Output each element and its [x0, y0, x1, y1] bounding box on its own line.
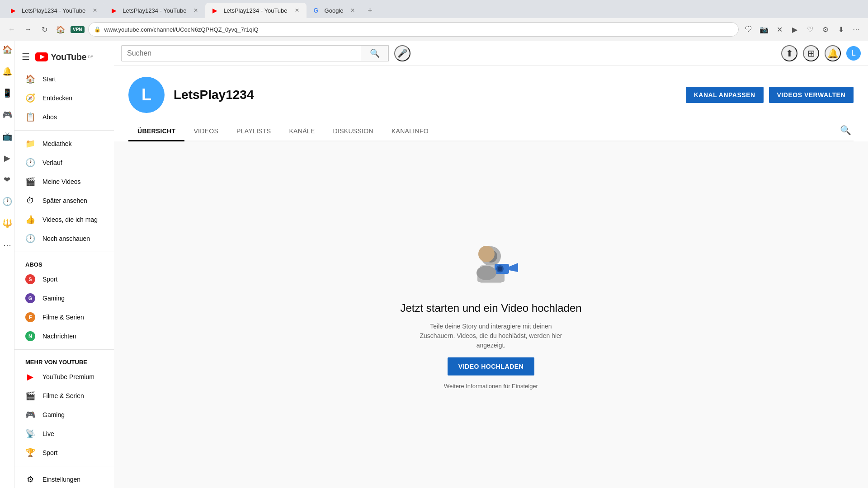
- channel-header: L LetsPlay1234 KANAL ANPASSEN VIDEOS VER…: [114, 66, 868, 141]
- search-button[interactable]: 🔍: [361, 45, 388, 61]
- filme-avatar: F: [25, 312, 35, 322]
- home-button[interactable]: 🏠: [54, 23, 67, 36]
- browser-toolbar: ← → ↻ 🏠 VPN 🔒 www.youtube.com/channel/UC…: [0, 18, 868, 41]
- sidebar-item-abos[interactable]: 📋 Abos: [18, 108, 110, 127]
- tab-diskussion[interactable]: DISKUSSION: [324, 122, 382, 141]
- notifications-button[interactable]: 🔔: [825, 45, 841, 61]
- search-input[interactable]: [122, 46, 361, 61]
- left-icon-home[interactable]: 🏠: [2, 44, 13, 55]
- user-avatar[interactable]: L: [846, 46, 861, 61]
- channel-info: L LetsPlay1234 KANAL ANPASSEN VIDEOS VER…: [128, 77, 854, 113]
- sidebar-ytpremium-label: YouTube Premium: [42, 373, 94, 380]
- search-box: 🔍: [121, 45, 389, 61]
- reload-button[interactable]: ↻: [38, 23, 51, 36]
- new-tab-button[interactable]: +: [362, 3, 377, 18]
- upload-cta-subtitle: Teile deine Story und interagiere mit de…: [414, 322, 568, 350]
- forward-button[interactable]: →: [22, 23, 34, 36]
- sidebar-item-nachrichten[interactable]: N Nachrichten: [18, 327, 110, 346]
- sidebar-item-einstellungen[interactable]: ⚙ Einstellungen: [18, 470, 110, 488]
- settings-icon: ⚙: [25, 474, 35, 484]
- tab-kanale[interactable]: KANÄLE: [280, 122, 324, 141]
- left-icon-phone[interactable]: 📱: [2, 88, 13, 99]
- sidebar-verlauf-label: Verlauf: [42, 159, 62, 166]
- tab-3[interactable]: ▶ LetsPlay1234 - YouTube ✕: [205, 3, 306, 18]
- divider-2: [14, 252, 114, 252]
- tab-4-favicon: G: [314, 7, 321, 14]
- video-hochladen-button[interactable]: VIDEO HOCHLADEN: [448, 357, 534, 375]
- sidebar-item-gaming2[interactable]: 🎮 Gaming: [18, 405, 110, 424]
- sidebar-item-nochanschauen[interactable]: 🕐 Noch anschauen: [18, 229, 110, 248]
- upload-button[interactable]: ⬆: [781, 45, 797, 61]
- sidebar-sport2-label: Sport: [42, 449, 57, 456]
- youtube-logo[interactable]: YouTube DE: [35, 52, 94, 62]
- sidebar-item-meinevideos[interactable]: 🎬 Meine Videos: [18, 172, 110, 191]
- yt-logo-text: YouTube: [51, 52, 86, 62]
- tab-3-favicon: ▶: [212, 7, 220, 14]
- tab-kanalinfo[interactable]: KANALINFO: [382, 122, 438, 141]
- browser-ext-5[interactable]: ♡: [804, 23, 816, 36]
- sidebar-item-filme2[interactable]: 🎬 Filme & Serien: [18, 386, 110, 405]
- tab-videos[interactable]: VIDEOS: [184, 122, 227, 141]
- left-icon-bell[interactable]: 🔔: [2, 66, 13, 77]
- sidebar-item-sport[interactable]: S Sport: [18, 270, 110, 289]
- left-icon-more[interactable]: ⋯: [2, 239, 13, 250]
- left-icon-clock[interactable]: 🕐: [2, 196, 13, 207]
- tab-2-close[interactable]: ✕: [193, 7, 198, 14]
- tab-4[interactable]: G Google ✕: [307, 3, 363, 18]
- left-icon-tv[interactable]: 📺: [2, 131, 13, 142]
- tab-2[interactable]: ▶ LetsPlay1234 - YouTube ✕: [104, 3, 205, 18]
- history-icon: 🕐: [25, 158, 35, 168]
- tab-3-close[interactable]: ✕: [295, 7, 299, 14]
- sidebar-entdecken-label: Entdecken: [42, 94, 72, 102]
- browser-ext-1[interactable]: 🛡: [742, 23, 755, 36]
- yt-logo-icon: [35, 52, 48, 61]
- einsteiger-link[interactable]: Weitere Informationen für Einsteiger: [444, 383, 538, 389]
- sidebar-start-label: Start: [42, 75, 56, 83]
- channel-name: LetsPlay1234: [174, 88, 254, 102]
- browser-ext-2[interactable]: 📷: [758, 23, 770, 36]
- left-icon-flag[interactable]: 🔱: [2, 218, 13, 229]
- sidebar-item-mediathek[interactable]: 📁 Mediathek: [18, 134, 110, 153]
- videos-verwalten-button[interactable]: VIDEOS VERWALTEN: [769, 87, 854, 103]
- apps-button[interactable]: ⊞: [803, 45, 819, 61]
- hamburger-menu[interactable]: ☰: [22, 52, 30, 62]
- myvideos-icon: 🎬: [25, 177, 35, 187]
- abos-section-label: ABOS: [14, 256, 114, 270]
- left-icon-gamepad[interactable]: 🎮: [2, 109, 13, 120]
- sidebar-item-gaming[interactable]: G Gaming: [18, 289, 110, 308]
- browser-ext-4[interactable]: ▶: [788, 23, 801, 36]
- kanal-anpassen-button[interactable]: KANAL ANPASSEN: [686, 87, 764, 103]
- sidebar-item-start[interactable]: 🏠 Start: [18, 70, 110, 89]
- tab-1-close[interactable]: ✕: [93, 7, 97, 14]
- tab-4-close[interactable]: ✕: [350, 7, 355, 14]
- divider-1: [14, 130, 114, 131]
- sidebar-item-verlauf[interactable]: 🕐 Verlauf: [18, 153, 110, 172]
- sidebar-item-live[interactable]: 📡 Live: [18, 424, 110, 443]
- left-icon-bar: 🏠 🔔 📱 🎮 📺 ▶ ❤ 🕐 🔱 ⋯: [0, 41, 14, 488]
- divider-3: [14, 349, 114, 350]
- back-button[interactable]: ←: [5, 23, 18, 36]
- left-icon-heart[interactable]: ❤: [2, 174, 13, 185]
- mehr-section-label: MEHR VON YOUTUBE: [14, 353, 114, 367]
- browser-ext-6[interactable]: ⚙: [819, 23, 832, 36]
- browser-menu[interactable]: ⋯: [850, 23, 863, 36]
- tab-ubersicht[interactable]: ÜBERSICHT: [128, 122, 184, 141]
- sidebar-item-liked[interactable]: 👍 Videos, die ich mag: [18, 210, 110, 229]
- left-icon-play[interactable]: ▶: [2, 153, 13, 164]
- sidebar-item-ytpremium[interactable]: ▶ YouTube Premium: [18, 367, 110, 386]
- sidebar-item-filme[interactable]: F Filme & Serien: [18, 308, 110, 327]
- home-icon: 🏠: [25, 74, 35, 84]
- browser-ext-7[interactable]: ⬇: [835, 23, 847, 36]
- sidebar-item-spaetersehen[interactable]: ⏱ Später ansehen: [18, 191, 110, 210]
- live-icon: 📡: [25, 429, 35, 439]
- mic-button[interactable]: 🎤: [394, 45, 410, 61]
- channel-search-button[interactable]: 🔍: [837, 122, 854, 138]
- sidebar-spaetersehen-label: Später ansehen: [42, 197, 87, 204]
- tab-playlists[interactable]: PLAYLISTS: [227, 122, 280, 141]
- tab-1[interactable]: ▶ LetsPlay1234 - YouTube ✕: [4, 3, 104, 18]
- browser-ext-3[interactable]: ✕: [773, 23, 786, 36]
- sidebar-item-entdecken[interactable]: 🧭 Entdecken: [18, 89, 110, 108]
- sidebar-mediathek-label: Mediathek: [42, 140, 72, 147]
- sidebar-item-sport2[interactable]: 🏆 Sport: [18, 443, 110, 462]
- address-bar[interactable]: 🔒 www.youtube.com/channel/UCocN6zQPHQZ_0…: [88, 22, 739, 37]
